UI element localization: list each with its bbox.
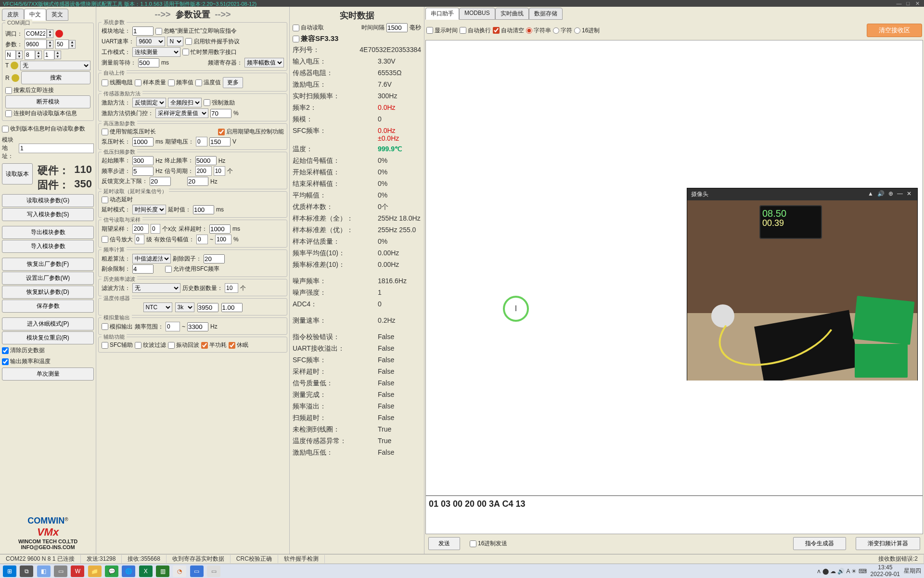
lf-step-input[interactable] bbox=[132, 167, 154, 176]
save-params-button[interactable]: 保存参数 bbox=[2, 300, 94, 313]
app-icon-4[interactable]: ▥ bbox=[156, 565, 169, 577]
excel-icon[interactable]: X bbox=[139, 565, 153, 577]
gross-algo-select[interactable]: 中值滤差法 bbox=[132, 254, 171, 263]
lf-p0-input[interactable] bbox=[195, 166, 212, 176]
disable-digi-check[interactable] bbox=[182, 49, 189, 55]
show-time-check[interactable] bbox=[426, 27, 433, 34]
send-button[interactable]: 发送 bbox=[428, 537, 460, 550]
freq-check[interactable] bbox=[168, 79, 175, 86]
browser-icon[interactable]: 🌐 bbox=[122, 565, 135, 577]
uart-select[interactable]: 9600 bbox=[136, 37, 165, 46]
lf-fb1-input[interactable] bbox=[187, 177, 208, 186]
cam-min-icon[interactable]: — bbox=[897, 190, 903, 197]
force-exc-check[interactable] bbox=[204, 99, 210, 106]
rx-textarea[interactable]: I 摄像头 ▲🔊⊕—✕ 08.5000.39 bbox=[425, 40, 923, 496]
single-measure-button[interactable]: 单次测量 bbox=[2, 368, 94, 381]
ve0-input[interactable] bbox=[196, 137, 207, 146]
read-params-button[interactable]: 读取模块参数(G) bbox=[2, 194, 94, 207]
temp-type-select[interactable]: NTC bbox=[143, 302, 172, 312]
stopbits-input[interactable] bbox=[55, 39, 69, 49]
intel-pump-check[interactable] bbox=[102, 129, 108, 135]
port-dn[interactable]: ▼ bbox=[47, 34, 53, 38]
gate-select[interactable]: 采样评定质量值 bbox=[155, 108, 208, 118]
clear-rx-button[interactable]: 清空接收区 bbox=[867, 24, 922, 37]
lf-fb0-input[interactable] bbox=[150, 177, 171, 186]
tab-store[interactable]: 数据存储 bbox=[529, 8, 563, 20]
cam-btn1[interactable]: ▲ bbox=[868, 190, 873, 197]
set-factory-button[interactable]: 设置出厂参数(W) bbox=[2, 272, 94, 285]
spectrum-select[interactable]: 频率幅数值 bbox=[244, 58, 284, 67]
exp1-input[interactable] bbox=[151, 224, 160, 234]
ripple-check[interactable] bbox=[135, 342, 141, 349]
maximize-icon[interactable]: □ bbox=[904, 0, 912, 6]
sweep-calc-button[interactable]: 渐变扫频计算器 bbox=[856, 537, 920, 550]
allow-sfc-check[interactable] bbox=[165, 266, 172, 273]
port-select[interactable] bbox=[25, 29, 47, 39]
analog-r0-input[interactable] bbox=[166, 322, 180, 331]
to-input[interactable] bbox=[209, 224, 231, 234]
lf-start-input[interactable] bbox=[132, 156, 154, 165]
sleep-button[interactable]: 进入休眠模式(P) bbox=[2, 317, 94, 330]
volt-ctrl-check[interactable] bbox=[218, 129, 225, 135]
uart-n-select[interactable]: N bbox=[167, 37, 183, 46]
close-icon[interactable]: ✕ bbox=[913, 0, 921, 7]
cmd-gen-button[interactable]: 指令生成器 bbox=[793, 537, 846, 550]
exp0-input[interactable] bbox=[132, 224, 149, 234]
hex-send-check[interactable] bbox=[470, 540, 476, 547]
temp-check[interactable] bbox=[195, 79, 202, 86]
write-params-button[interactable]: 写入模块参数(S) bbox=[2, 208, 94, 221]
task-icon[interactable]: ⧉ bbox=[20, 565, 33, 577]
delay-mode-select[interactable]: 时间长度 bbox=[132, 205, 166, 214]
read-version-button[interactable]: 读取版本 bbox=[2, 163, 33, 184]
tab-en[interactable]: 英文 bbox=[46, 9, 68, 21]
wait-input[interactable] bbox=[138, 58, 159, 67]
sleep-check[interactable] bbox=[229, 342, 235, 349]
busy-ignore-check[interactable] bbox=[155, 28, 162, 35]
fmt-hex-radio[interactable] bbox=[574, 27, 580, 34]
auto-lf-check[interactable] bbox=[460, 27, 466, 34]
export-params-button[interactable]: 导出模块参数 bbox=[2, 226, 94, 239]
tab-modbus[interactable]: MODBUS bbox=[459, 8, 495, 20]
vib-check[interactable] bbox=[168, 342, 175, 349]
analog-r1-input[interactable] bbox=[187, 322, 208, 331]
baud-input[interactable] bbox=[25, 39, 47, 49]
gate-thr-input[interactable] bbox=[210, 109, 231, 118]
search-button[interactable]: 搜索 bbox=[21, 71, 90, 84]
cam-btn3[interactable]: ⊕ bbox=[888, 190, 893, 197]
workmode-select[interactable]: 连续测量 bbox=[132, 47, 180, 57]
exc-scan-select[interactable]: 全频段扫 bbox=[168, 98, 202, 107]
databits[interactable] bbox=[25, 50, 35, 60]
app-icon-3[interactable]: W bbox=[71, 565, 84, 577]
app-icon-5[interactable]: ◔ bbox=[173, 565, 186, 577]
exc-method-select[interactable]: 反馈固定 bbox=[132, 98, 166, 107]
auto-connect-check[interactable] bbox=[5, 87, 12, 94]
stopbit1[interactable] bbox=[44, 50, 54, 60]
reject-input[interactable] bbox=[204, 254, 225, 263]
filter-method-select[interactable]: 无 bbox=[132, 283, 180, 293]
amp-check[interactable] bbox=[102, 236, 108, 243]
sys-addr-input[interactable] bbox=[132, 26, 154, 36]
fmt-bytes-radio[interactable] bbox=[526, 27, 532, 34]
explorer-icon[interactable]: 📁 bbox=[88, 565, 102, 577]
start-icon[interactable]: ⊞ bbox=[3, 565, 16, 577]
app-icon-6[interactable]: ▭ bbox=[190, 565, 204, 577]
coilr-check[interactable] bbox=[102, 79, 108, 86]
analog-en-check[interactable] bbox=[102, 323, 108, 330]
clear-history-check[interactable] bbox=[2, 347, 9, 354]
reset-button[interactable]: 模块复位重启(R) bbox=[2, 331, 94, 344]
open-module-button[interactable]: 断开模块 bbox=[5, 95, 90, 108]
tray-icons[interactable]: ᴧ ⬤ ☁ 🔊 A ☀ ⌨ bbox=[817, 568, 866, 575]
temp-c-input[interactable] bbox=[221, 303, 243, 312]
pump-input[interactable] bbox=[132, 137, 154, 146]
app-icon-7[interactable]: ▭ bbox=[207, 565, 220, 577]
camera-window[interactable]: 摄像头 ▲🔊⊕—✕ 08.5000.39 bbox=[687, 188, 918, 381]
wechat-icon[interactable]: 💬 bbox=[105, 565, 118, 577]
flow-select[interactable]: 无 bbox=[20, 61, 90, 70]
app-icon-1[interactable]: ◧ bbox=[37, 565, 51, 577]
temp-b-input[interactable] bbox=[197, 303, 218, 312]
tx-textarea[interactable]: 01 03 00 20 00 3A C4 13 bbox=[425, 496, 923, 534]
valid1-input[interactable] bbox=[215, 235, 231, 244]
parity-n[interactable] bbox=[5, 50, 16, 60]
compat-check[interactable] bbox=[293, 36, 299, 42]
halfpower-check[interactable] bbox=[201, 342, 208, 349]
